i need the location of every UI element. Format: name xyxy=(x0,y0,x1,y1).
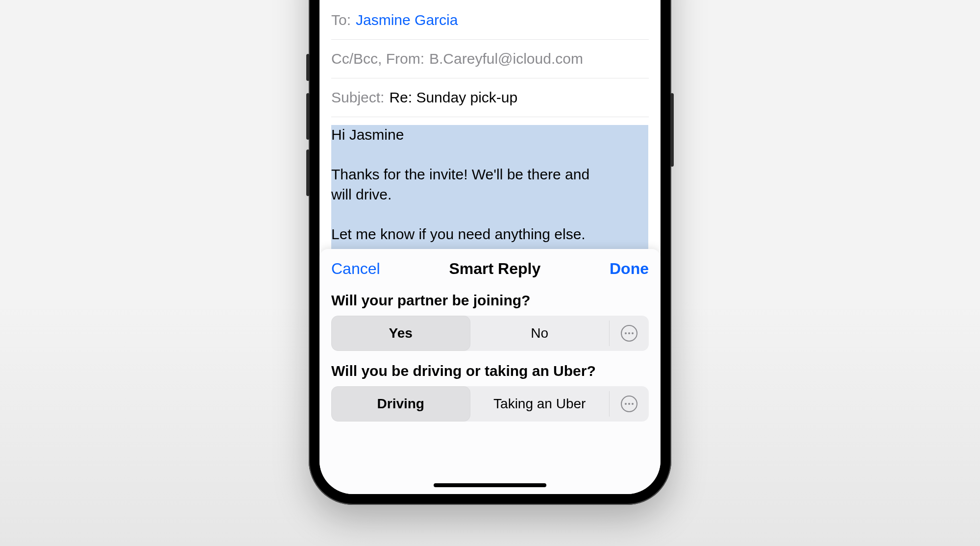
phone-frame: To: Jasmine Garcia Cc/Bcc, From: B.Carey… xyxy=(309,0,671,505)
ellipsis-circle-icon xyxy=(621,396,637,412)
smart-reply-sheet: Cancel Smart Reply Done Will your partne… xyxy=(319,249,661,494)
mute-switch xyxy=(306,54,310,81)
more-options-button-2[interactable] xyxy=(610,386,649,422)
question-2-prompt: Will you be driving or taking an Uber? xyxy=(331,363,649,379)
option-yes[interactable]: Yes xyxy=(331,316,470,351)
done-button[interactable]: Done xyxy=(610,260,649,278)
question-2: Will you be driving or taking an Uber? D… xyxy=(331,363,649,422)
sheet-header: Cancel Smart Reply Done xyxy=(331,249,649,288)
side-button xyxy=(670,93,674,167)
option-taking-uber[interactable]: Taking an Uber xyxy=(470,386,610,422)
home-indicator[interactable] xyxy=(434,483,546,487)
from-email: B.Careyful@icloud.com xyxy=(429,50,583,67)
to-row[interactable]: To: Jasmine Garcia xyxy=(331,0,649,40)
volume-up-button xyxy=(306,93,310,140)
blank-line xyxy=(331,206,335,222)
to-label: To: xyxy=(331,12,351,28)
ccbcc-label: Cc/Bcc, From: xyxy=(331,50,424,67)
to-recipient[interactable]: Jasmine Garcia xyxy=(356,12,458,28)
cancel-button[interactable]: Cancel xyxy=(331,260,380,278)
subject-row[interactable]: Subject: Re: Sunday pick-up xyxy=(331,78,649,117)
volume-down-button xyxy=(306,149,310,196)
option-driving[interactable]: Driving xyxy=(331,386,470,422)
question-1-options: Yes No xyxy=(331,316,649,351)
question-2-options: Driving Taking an Uber xyxy=(331,386,649,422)
option-no[interactable]: No xyxy=(470,316,610,351)
subject-label: Subject: xyxy=(331,89,384,106)
blank-line xyxy=(331,147,335,163)
sheet-title: Smart Reply xyxy=(449,260,540,278)
question-1: Will your partner be joining? Yes No xyxy=(331,292,649,351)
question-1-prompt: Will your partner be joining? xyxy=(331,292,649,309)
ellipsis-circle-icon xyxy=(621,325,637,342)
subject-value[interactable]: Re: Sunday pick-up xyxy=(389,89,517,106)
ccbcc-row[interactable]: Cc/Bcc, From: B.Careyful@icloud.com xyxy=(331,40,649,78)
phone-screen: To: Jasmine Garcia Cc/Bcc, From: B.Carey… xyxy=(319,0,661,494)
more-options-button-1[interactable] xyxy=(610,316,649,351)
